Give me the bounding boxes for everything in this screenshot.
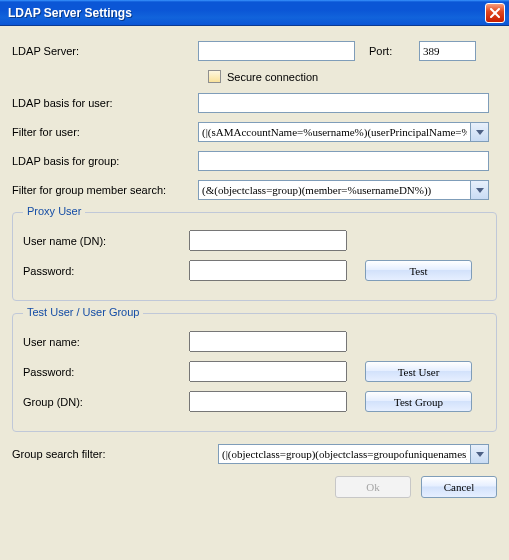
secure-connection-label: Secure connection: [227, 71, 318, 83]
test-username-input[interactable]: [189, 331, 347, 352]
test-username-label: User name:: [23, 336, 189, 348]
ldap-server-input[interactable]: [198, 41, 355, 61]
test-password-label: Password:: [23, 366, 189, 378]
test-user-button[interactable]: Test User: [365, 361, 472, 382]
port-input[interactable]: [419, 41, 476, 61]
group-search-filter-dropdown-button[interactable]: [471, 444, 489, 464]
close-button[interactable]: [485, 3, 505, 23]
filter-group-member-dropdown-button[interactable]: [471, 180, 489, 200]
cancel-button[interactable]: Cancel: [421, 476, 497, 498]
test-group-input[interactable]: [189, 391, 347, 412]
close-icon: [490, 8, 500, 18]
group-search-filter-combo[interactable]: [218, 444, 471, 464]
chevron-down-icon: [476, 130, 484, 135]
proxy-password-input[interactable]: [189, 260, 347, 281]
ldap-basis-group-label: LDAP basis for group:: [12, 155, 198, 167]
ldap-basis-group-input[interactable]: [198, 151, 489, 171]
filter-user-dropdown-button[interactable]: [471, 122, 489, 142]
chevron-down-icon: [476, 452, 484, 457]
port-label: Port:: [369, 45, 419, 57]
ok-button[interactable]: Ok: [335, 476, 411, 498]
ldap-basis-user-label: LDAP basis for user:: [12, 97, 198, 109]
filter-user-combo[interactable]: [198, 122, 471, 142]
filter-group-member-label: Filter for group member search:: [12, 184, 198, 196]
filter-user-label: Filter for user:: [12, 126, 198, 138]
ldap-basis-user-input[interactable]: [198, 93, 489, 113]
proxy-user-legend: Proxy User: [23, 205, 85, 217]
group-search-filter-label: Group search filter:: [12, 448, 218, 460]
title-bar: LDAP Server Settings: [0, 0, 509, 26]
proxy-test-button[interactable]: Test: [365, 260, 472, 281]
test-user-fieldset: Test User / User Group User name: Passwo…: [12, 313, 497, 432]
test-password-input[interactable]: [189, 361, 347, 382]
test-group-button[interactable]: Test Group: [365, 391, 472, 412]
proxy-password-label: Password:: [23, 265, 189, 277]
test-user-legend: Test User / User Group: [23, 306, 143, 318]
filter-group-member-combo[interactable]: [198, 180, 471, 200]
test-group-label: Group (DN):: [23, 396, 189, 408]
dialog-body: LDAP Server: Port: Secure connection LDA…: [0, 26, 509, 508]
window-title: LDAP Server Settings: [8, 6, 132, 20]
chevron-down-icon: [476, 188, 484, 193]
ldap-server-label: LDAP Server:: [12, 45, 198, 57]
proxy-username-input[interactable]: [189, 230, 347, 251]
secure-connection-checkbox[interactable]: [208, 70, 221, 83]
proxy-user-fieldset: Proxy User User name (DN): Password: Tes…: [12, 212, 497, 301]
proxy-username-label: User name (DN):: [23, 235, 189, 247]
